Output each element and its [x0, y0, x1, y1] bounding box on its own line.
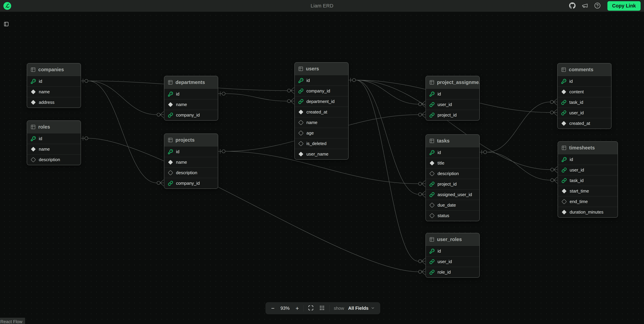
column-comments-task_id[interactable]: task_id: [558, 97, 611, 108]
column-comments-content[interactable]: content: [558, 87, 611, 97]
diamond-filled-icon: [298, 109, 304, 115]
github-button[interactable]: [569, 2, 576, 10]
table-header-timesheets[interactable]: timesheets: [558, 142, 618, 154]
table-project_assignments[interactable]: project_assignme...iduser_idproject_id: [426, 76, 480, 121]
key-icon: [31, 136, 36, 141]
crows-foot-prong: [422, 181, 426, 184]
column-departments-company_id[interactable]: company_id: [164, 110, 218, 120]
column-comments-id[interactable]: id: [558, 76, 611, 87]
column-timesheets-start_time[interactable]: start_time: [558, 186, 618, 196]
column-users-id[interactable]: id: [295, 75, 348, 86]
diamond-outline-icon: [562, 199, 567, 204]
table-projects[interactable]: projectsidnamedescriptioncompany_id: [164, 133, 218, 189]
column-comments-user_id[interactable]: user_id: [558, 108, 611, 118]
column-tasks-assigned_user_id[interactable]: assigned_user_id: [426, 189, 479, 200]
column-user_roles-user_id[interactable]: user_id: [426, 256, 479, 267]
diamond-outline-icon: [298, 141, 304, 146]
table-icon: [30, 67, 36, 72]
table-header-companies[interactable]: companies: [27, 63, 81, 76]
table-user_roles[interactable]: user_rolesiduser_idrole_id: [426, 233, 480, 278]
react-flow-attribution[interactable]: React Flow: [0, 318, 25, 324]
github-icon: [569, 2, 576, 9]
column-timesheets-user_id[interactable]: user_id: [558, 165, 618, 175]
column-tasks-id[interactable]: id: [426, 147, 479, 158]
column-users-created_at[interactable]: created_at: [295, 107, 348, 117]
column-projects-name[interactable]: name: [164, 157, 218, 168]
column-name: status: [438, 213, 449, 218]
help-icon: [594, 2, 601, 9]
edge-departments.id-users.department_id: [225, 94, 287, 101]
column-timesheets-id[interactable]: id: [558, 154, 618, 165]
edge-roles.id-user_roles.role_id: [88, 138, 418, 272]
table-header-tasks[interactable]: tasks: [426, 135, 479, 147]
column-user_roles-role_id[interactable]: role_id: [426, 267, 479, 277]
table-users[interactable]: usersidcompany_iddepartment_idcreated_at…: [294, 62, 348, 160]
column-companies-id[interactable]: id: [27, 76, 81, 87]
column-departments-name[interactable]: name: [164, 99, 218, 110]
erd-canvas[interactable]: companiesidnameaddressrolesidnamedescrip…: [0, 0, 644, 324]
table-header-departments[interactable]: departments: [164, 76, 218, 89]
sidebar-toggle-button[interactable]: [2, 21, 10, 28]
column-comments-created_at[interactable]: created_at: [558, 118, 611, 129]
column-departments-id[interactable]: id: [164, 89, 218, 99]
table-departments[interactable]: departmentsidnamecompany_id: [164, 76, 218, 121]
column-projects-company_id[interactable]: company_id: [164, 178, 218, 189]
column-project_assignments-id[interactable]: id: [426, 89, 479, 99]
link-icon: [168, 181, 173, 186]
tidy-up-button[interactable]: [318, 305, 326, 312]
link-icon: [298, 99, 304, 104]
cardinality-zero-circle: [222, 150, 225, 153]
column-tasks-description[interactable]: description: [426, 168, 479, 179]
column-users-name[interactable]: name: [295, 117, 348, 128]
column-timesheets-task_id[interactable]: task_id: [558, 175, 618, 186]
diamond-filled-icon: [298, 151, 304, 157]
column-users-age[interactable]: age: [295, 128, 348, 138]
table-timesheets[interactable]: timesheetsiduser_idtask_idstart_timeend_…: [558, 141, 618, 218]
column-name: duration_minutes: [570, 210, 603, 215]
column-companies-address[interactable]: address: [27, 97, 81, 108]
column-name: id: [176, 91, 180, 97]
column-tasks-due_date[interactable]: due_date: [426, 200, 479, 210]
column-companies-name[interactable]: name: [27, 87, 81, 97]
zoom-out-button[interactable]: −: [270, 305, 276, 311]
copy-link-button[interactable]: Copy Link: [608, 1, 640, 11]
column-users-company_id[interactable]: company_id: [295, 86, 348, 96]
column-roles-name[interactable]: name: [27, 144, 81, 154]
column-users-user_name[interactable]: user_name: [295, 149, 348, 159]
panel-left-icon: [4, 22, 9, 27]
crows-foot-prong: [291, 87, 294, 91]
column-users-department_id[interactable]: department_id: [295, 96, 348, 107]
table-header-roles[interactable]: roles: [27, 121, 81, 133]
column-users-is_deleted[interactable]: is_deleted: [295, 138, 348, 149]
fit-view-button[interactable]: [307, 305, 315, 312]
table-header-users[interactable]: users: [295, 63, 348, 75]
table-header-project_assignments[interactable]: project_assignme...: [426, 76, 479, 89]
column-project_assignments-project_id[interactable]: project_id: [426, 110, 479, 120]
column-user_roles-id[interactable]: id: [426, 246, 479, 256]
link-icon: [562, 178, 567, 183]
table-header-projects[interactable]: projects: [164, 134, 218, 146]
liam-logo[interactable]: ℒ: [4, 2, 11, 10]
column-tasks-status[interactable]: status: [426, 210, 479, 221]
column-roles-id[interactable]: id: [27, 133, 81, 144]
feedback-button[interactable]: [581, 2, 588, 10]
table-companies[interactable]: companiesidnameaddress: [27, 63, 81, 108]
table-header-user_roles[interactable]: user_roles: [426, 233, 479, 246]
column-projects-description[interactable]: description: [164, 168, 218, 178]
column-project_assignments-user_id[interactable]: user_id: [426, 99, 479, 110]
table-roles[interactable]: rolesidnamedescription: [27, 120, 81, 165]
column-roles-description[interactable]: description: [27, 154, 81, 165]
column-timesheets-duration_minutes[interactable]: duration_minutes: [558, 207, 618, 217]
column-projects-id[interactable]: id: [164, 146, 218, 157]
zoom-in-button[interactable]: +: [294, 305, 300, 311]
column-tasks-project_id[interactable]: project_id: [426, 179, 479, 189]
column-name: created_at: [306, 109, 327, 115]
diamond-filled-icon: [31, 100, 36, 105]
column-tasks-title[interactable]: title: [426, 158, 479, 168]
show-fields-select[interactable]: All Fields: [348, 306, 376, 311]
column-timesheets-end_time[interactable]: end_time: [558, 196, 618, 207]
table-comments[interactable]: commentsidcontenttask_iduser_idcreated_a…: [557, 63, 612, 129]
help-button[interactable]: [594, 2, 601, 10]
table-tasks[interactable]: tasksidtitledescriptionproject_idassigne…: [426, 134, 480, 221]
table-header-comments[interactable]: comments: [558, 63, 611, 76]
